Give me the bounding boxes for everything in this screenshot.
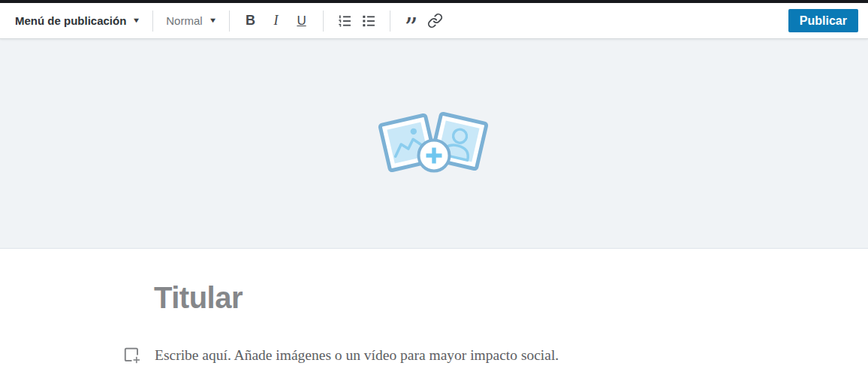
italic-button[interactable]: I [268,11,285,32]
toolbar-separator [152,11,153,32]
link-icon [427,13,443,29]
unordered-list-button[interactable] [360,11,377,32]
ordered-list-button[interactable] [336,11,353,32]
toolbar-separator [323,11,324,32]
article-editor-page: Menú de publicación ▼ Normal ▼ B I U [0,0,868,384]
underline-button[interactable]: U [294,11,310,32]
title-input[interactable]: Titular [154,280,868,315]
publish-menu-label: Menú de publicación [15,14,126,27]
editor-content: Titular Escribe aquí. Añade imágenes o u… [0,249,868,365]
body-row: Escribe aquí. Añade imágenes o un vídeo … [122,345,868,365]
link-button[interactable] [427,11,444,32]
text-format-group: B I U [243,11,310,32]
cover-upload-area[interactable] [0,39,868,249]
paragraph-style-dropdown[interactable]: Normal ▼ [166,14,215,27]
paragraph-style-label: Normal [166,14,202,27]
chevron-down-icon: ▼ [132,17,141,24]
ordered-list-icon [337,14,352,29]
publish-button[interactable]: Publicar [788,9,858,32]
blockquote-button[interactable]: ” [403,11,420,32]
unordered-list-icon [361,14,376,29]
publish-menu-dropdown[interactable]: Menú de publicación ▼ [15,14,140,27]
chevron-down-icon: ▼ [208,17,217,24]
add-images-icon [374,107,494,180]
body-input[interactable]: Escribe aquí. Añade imágenes o un vídeo … [155,347,559,364]
toolbar-separator [229,11,230,32]
insert-group: ” [403,11,444,32]
add-media-icon [122,345,142,365]
add-media-button[interactable] [122,345,142,365]
bold-button[interactable]: B [243,11,259,32]
list-format-group [336,11,377,32]
editor-toolbar: Menú de publicación ▼ Normal ▼ B I U [0,3,868,39]
toolbar-separator [390,11,390,32]
